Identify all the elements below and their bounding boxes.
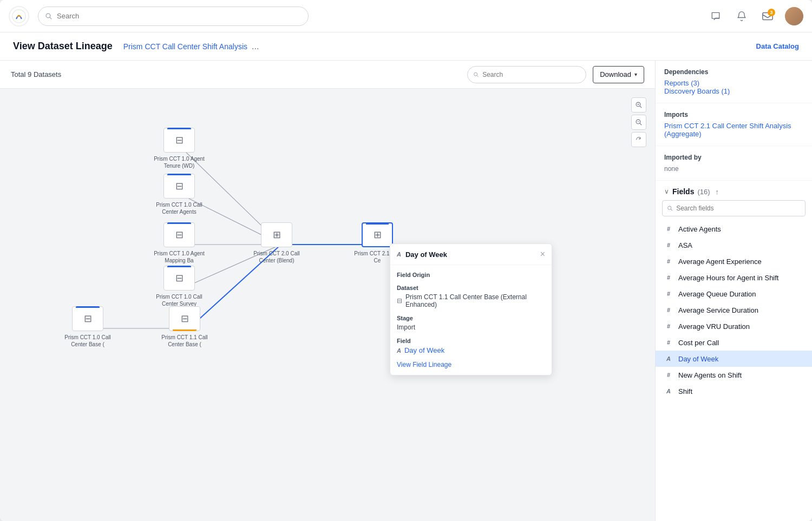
toolbar-search-icon [473,71,479,78]
dependencies-section: Dependencies Reports (3) Discovery Board… [656,61,812,103]
field-name: Active Agents [678,225,721,233]
field-name: Average VRU Duration [678,322,750,331]
node-call-center-agents[interactable]: ⊟ Prism CCT 1.0 Call Center Agents [152,174,206,215]
popup-stage-value: Import [397,324,545,331]
popup-field-section: Field A Day of Week [397,338,545,354]
node-call-center-base-1-1[interactable]: ⊟ Prism CCT 1.1 Call Center Base ( [158,306,212,348]
node-icon: ⊟ [84,313,92,325]
breadcrumb-link[interactable]: Prism CCT Call Center Shift Analysis [123,42,247,51]
svg-point-3 [474,72,477,76]
popup-close-button[interactable]: × [540,249,545,259]
node-agent-mapping[interactable]: ⊟ Prism CCT 1.0 Agent Mapping Ba [152,222,206,264]
canvas-toolbar: Total 9 Datasets Download ▾ [0,61,655,89]
notifications-button[interactable] [733,8,750,25]
discovery-boards-link[interactable]: Discovery Boards (1) [664,87,730,95]
chat-button[interactable] [707,8,724,25]
svg-point-1 [46,14,50,18]
node-label: Prism CCT 1.0 Agent Tenure (WD) [152,155,206,169]
field-name: Day of Week [678,355,718,363]
top-nav: 3 [0,0,812,32]
field-type-icon: # [664,338,673,347]
nav-icons: 3 [707,7,803,25]
field-name: Average Hours for Agent in Shift [678,274,778,282]
field-item[interactable]: #New Agents on Shift [656,367,812,383]
field-type-icon: A [397,347,401,354]
fields-header: ∨ Fields (16) ↑ [656,181,812,200]
logo [9,6,29,27]
field-item[interactable]: #Average Agent Experience [656,253,812,269]
field-type-icon: A [664,387,673,395]
imports-title: Imports [664,111,803,118]
field-name: Cost per Call [678,339,719,347]
field-name: ASA [678,241,692,249]
canvas-area: Total 9 Datasets Download ▾ [0,61,655,521]
node-icon: ⊞ [273,229,281,241]
dataset-count: Total 9 Datasets [11,70,61,78]
download-button[interactable]: Download ▾ [593,66,644,83]
zoom-out-button[interactable] [631,115,646,130]
popup-field-value: A Day of Week [397,346,545,354]
toolbar-search[interactable] [467,66,586,83]
field-popup: A Day of Week × Field Origin Dataset ⊟ P [390,243,552,375]
toolbar-search-input[interactable] [482,71,580,78]
node-call-center-survey[interactable]: ⊟ Prism CCT 1.0 Call Center Survey [152,266,206,307]
node-label: Prism CCT 1.0 Call Center Base ( [61,334,115,348]
popup-field-origin: Field Origin [397,272,545,278]
dependencies-title: Dependencies [664,68,803,76]
fields-title: Fields [672,187,694,196]
field-name: Average Agent Experience [678,258,762,266]
field-item[interactable]: #Active Agents [656,221,812,237]
field-item[interactable]: #Average VRU Duration [656,318,812,334]
inbox-button[interactable]: 3 [759,8,776,25]
field-item[interactable]: #Average Hours for Agent in Shift [656,269,812,286]
node-call-center-blend[interactable]: ⊞ Prism CCT 2.0 Call Center (Blend) [250,222,304,264]
field-item[interactable]: #Average Service Duration [656,302,812,318]
fields-search-icon [667,205,673,212]
fields-search-input[interactable] [676,205,801,212]
fields-section: ∨ Fields (16) ↑ #Active Agents#ASA#Avera… [656,181,812,521]
popup-field-origin-label: Field Origin [397,272,545,278]
main-content: Total 9 Datasets Download ▾ [0,61,812,521]
node-icon: ⊟ [175,272,184,284]
view-field-lineage-link[interactable]: View Field Lineage [397,361,545,368]
node-agent-tenure[interactable]: ⊟ Prism CCT 1.0 Agent Tenure (WD) [152,128,206,169]
popup-dataset-label: Dataset [397,285,545,291]
popup-dataset-section: Dataset ⊟ Prism CCT 1.1 Call Center Base… [397,285,545,308]
node-label: Prism CCT 1.0 Agent Mapping Ba [152,250,206,264]
node-call-center-base-1-0[interactable]: ⊟ Prism CCT 1.0 Call Center Base ( [61,306,115,348]
right-panel: Dependencies Reports (3) Discovery Board… [655,61,812,521]
data-catalog-link[interactable]: Data Catalog [756,42,799,50]
popup-field-label: Field [397,338,545,344]
global-search-input[interactable] [57,12,302,20]
imported-by-title: Imported by [664,154,803,161]
field-item[interactable]: #Cost per Call [656,334,812,351]
node-label: Prism CCT 1.0 Call Center Survey [152,293,206,307]
field-item[interactable]: AShift [656,383,812,399]
global-search-bar[interactable] [38,6,309,26]
imports-link[interactable]: Prism CCT 2.1 Call Center Shift Analysis… [664,122,791,138]
node-icon: ⊟ [181,313,189,325]
fields-collapse-button[interactable]: ∨ [664,188,669,195]
reports-link[interactable]: Reports (3) [664,79,699,87]
popup-stage-label: Stage [397,315,545,321]
graph-lines [0,89,655,521]
fields-search-bar[interactable] [662,200,806,216]
reset-zoom-button[interactable] [631,132,646,147]
node-icon: ⊟ [175,229,184,241]
node-icon: ⊟ [175,134,184,146]
popup-header: A Day of Week × [390,244,552,265]
field-type-icon: # [664,241,673,249]
download-chevron-icon: ▾ [634,71,637,77]
node-label: Prism CCT 2.0 Call Center (Blend) [250,250,304,264]
user-avatar[interactable] [785,7,803,25]
more-options-button[interactable]: ... [252,42,259,51]
fields-sort-button[interactable]: ↑ [716,188,719,196]
popup-body: Field Origin Dataset ⊟ Prism CCT 1.1 Cal… [390,265,552,375]
field-item[interactable]: #Average Queue Duration [656,286,812,302]
node-icon: ⊟ [175,180,184,192]
zoom-in-button[interactable] [631,97,646,113]
field-item[interactable]: #ASA [656,237,812,253]
field-name: Shift [678,387,692,395]
field-item[interactable]: ADay of Week [656,351,812,367]
field-type-icon: # [664,225,673,233]
